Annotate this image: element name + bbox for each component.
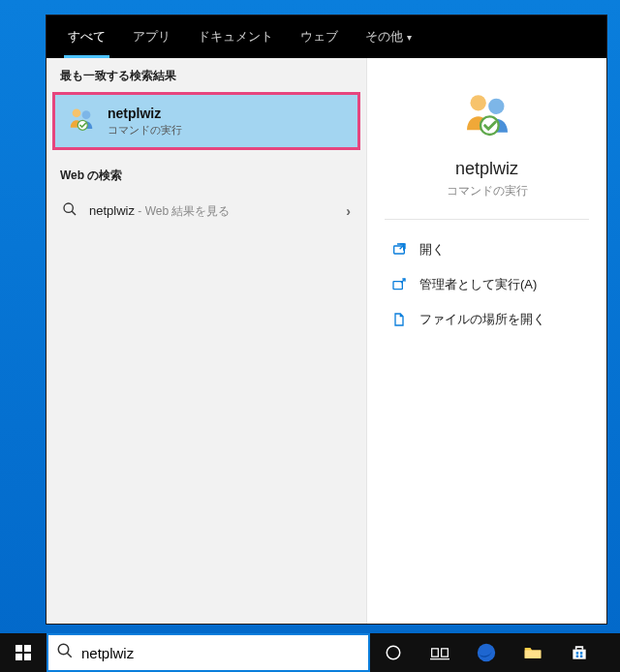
action-open[interactable]: 開く (385, 233, 589, 266)
chevron-down-icon: ▾ (407, 32, 412, 43)
best-match-header: 最も一致する検索結果 (46, 58, 366, 92)
svg-rect-21 (525, 651, 542, 658)
svg-rect-23 (580, 652, 583, 655)
web-result-query: netplwiz (89, 203, 135, 218)
tab-label: その他 (365, 28, 403, 46)
taskbar-search-input[interactable] (81, 635, 360, 670)
tab-all[interactable]: すべて (56, 15, 117, 58)
svg-point-0 (73, 108, 81, 117)
folder-icon (523, 643, 542, 662)
netplwiz-icon (67, 105, 96, 137)
taskbar-search-box[interactable] (46, 633, 370, 672)
detail-subtitle: コマンドの実行 (447, 183, 528, 199)
web-result-text: netplwiz - Web 結果を見る (89, 203, 230, 220)
svg-line-15 (67, 653, 72, 657)
svg-rect-12 (16, 654, 22, 660)
tab-documents[interactable]: ドキュメント (186, 15, 285, 58)
tab-label: アプリ (133, 28, 170, 46)
action-label: 管理者として実行(A) (419, 276, 537, 293)
taskbar-app-explorer[interactable] (510, 633, 556, 672)
svg-point-1 (82, 110, 91, 119)
taskbar-app-edge[interactable] (463, 633, 510, 672)
tab-label: すべて (68, 28, 106, 46)
tab-more[interactable]: その他▾ (354, 15, 423, 58)
search-icon (62, 201, 78, 221)
svg-rect-11 (24, 645, 31, 652)
action-open-location[interactable]: ファイルの場所を開く (385, 303, 589, 336)
best-match-result[interactable]: netplwiz コマンドの実行 (52, 92, 360, 150)
open-icon (390, 242, 408, 258)
task-view-button[interactable] (417, 633, 463, 672)
detail-hero: netplwiz コマンドの実行 (385, 77, 589, 220)
svg-point-14 (58, 644, 69, 655)
tab-label: ウェブ (300, 28, 338, 46)
svg-rect-25 (580, 656, 583, 658)
svg-point-2 (78, 120, 87, 130)
search-icon (56, 642, 74, 663)
svg-point-7 (480, 116, 499, 135)
svg-rect-10 (16, 645, 22, 652)
chevron-right-icon: › (346, 203, 351, 219)
edge-icon (476, 642, 497, 663)
svg-point-6 (488, 99, 504, 114)
taskbar (0, 633, 620, 672)
windows-logo-icon (16, 645, 31, 660)
svg-line-4 (72, 211, 76, 215)
cortana-button[interactable] (370, 633, 417, 672)
action-label: ファイルの場所を開く (419, 311, 545, 328)
svg-rect-24 (576, 656, 579, 658)
task-view-icon (430, 643, 450, 662)
tab-apps[interactable]: アプリ (121, 15, 182, 58)
best-match-title: netplwiz (108, 106, 182, 121)
svg-point-3 (64, 203, 73, 212)
svg-point-5 (470, 95, 485, 110)
cortana-icon (385, 644, 402, 661)
best-match-text: netplwiz コマンドの実行 (108, 106, 182, 137)
best-match-subtitle: コマンドの実行 (108, 123, 182, 137)
svg-rect-17 (432, 649, 439, 657)
windows-search-panel: すべて アプリ ドキュメント ウェブ その他▾ 最も一致する検索結果 (46, 15, 607, 625)
svg-point-16 (387, 646, 400, 659)
netplwiz-icon (460, 87, 514, 145)
web-search-header: Web の検索 (46, 158, 366, 192)
search-panel-body: 最も一致する検索結果 netplwiz コマンドの実行 (46, 58, 606, 624)
svg-rect-18 (442, 649, 449, 657)
admin-shield-icon (390, 277, 408, 292)
svg-rect-13 (24, 654, 31, 660)
detail-pane: netplwiz コマンドの実行 開く 管理者として実行(A) (366, 58, 606, 624)
action-run-as-admin[interactable]: 管理者として実行(A) (385, 268, 589, 301)
store-icon (570, 643, 589, 662)
svg-point-20 (478, 644, 495, 661)
action-label: 開く (419, 241, 445, 259)
tab-label: ドキュメント (198, 28, 273, 46)
search-tabs: すべて アプリ ドキュメント ウェブ その他▾ (46, 15, 606, 58)
results-column: 最も一致する検索結果 netplwiz コマンドの実行 (46, 58, 366, 624)
detail-actions: 開く 管理者として実行(A) ファイルの場所を開く (385, 233, 589, 336)
svg-rect-22 (576, 652, 579, 655)
start-button[interactable] (0, 633, 46, 672)
detail-title: netplwiz (455, 159, 518, 179)
folder-location-icon (390, 312, 408, 327)
web-result-suffix: - Web 結果を見る (135, 204, 230, 218)
tab-web[interactable]: ウェブ (289, 15, 350, 58)
web-search-result[interactable]: netplwiz - Web 結果を見る › (46, 192, 366, 230)
taskbar-app-store[interactable] (556, 633, 603, 672)
